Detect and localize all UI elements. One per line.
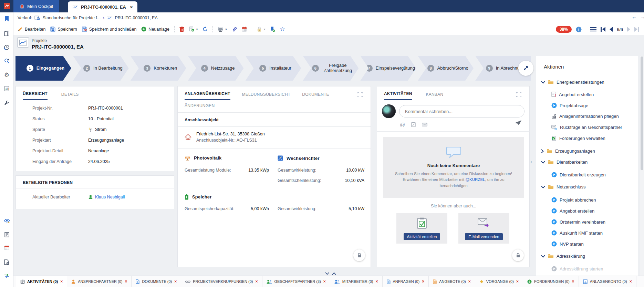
chevron-down-icon[interactable] [325, 272, 329, 275]
current-editor-link[interactable]: Klaus Nesbigall [95, 195, 125, 199]
tab-uebersicht[interactable]: ÜBERSICHT [23, 91, 48, 100]
calendar-icon[interactable] [242, 27, 247, 32]
favorite-star-icon[interactable]: ☆ [280, 26, 285, 32]
mail-icon[interactable] [422, 123, 427, 126]
send-email-button[interactable]: E-Mail versenden [465, 233, 502, 240]
close-tab-icon[interactable]: × [422, 279, 424, 284]
vertical-scrollbar[interactable] [640, 56, 644, 287]
close-tab-icon[interactable]: × [572, 279, 574, 284]
bottom-tab-aktivitaeten[interactable]: AKTIVITÄTEN (0) × [16, 276, 67, 287]
close-tab-icon[interactable]: × [323, 279, 326, 284]
lock-panel-button[interactable] [512, 249, 524, 261]
menu-icon[interactable] [590, 27, 596, 32]
action-dienstbarkeit-erzeugen[interactable]: Dienstbarkeit erzeugen [551, 172, 606, 177]
bottom-tab-vorgaenge[interactable]: VORGÄNGE (0) × [475, 276, 523, 287]
first-record-button[interactable] [601, 27, 605, 32]
mention-icon[interactable]: @ [400, 122, 405, 127]
close-tab-icon[interactable]: × [468, 279, 471, 284]
step-abbruch-storno[interactable]: 8Abbruch/Storno [418, 56, 474, 81]
send-email-card[interactable]: E-Mail versenden [458, 213, 509, 244]
send-icon[interactable] [514, 120, 522, 126]
scrollbar-thumb[interactable] [641, 57, 643, 170]
tab-aenderungen[interactable]: ÄNDERUNGEN [185, 103, 215, 108]
refresh-icon[interactable] [202, 27, 208, 32]
create-activity-button[interactable]: Aktivität erstellen [404, 233, 440, 240]
notes-icon[interactable] [3, 231, 10, 238]
tree-folder-netzanschluss[interactable]: Netzanschluss [541, 184, 586, 189]
tab-dokumente[interactable]: DOKUMENTE [302, 92, 329, 100]
app-logo[interactable] [0, 0, 13, 12]
step-freigabe-zaehlersetzung[interactable]: 6Freigabe Zählersetzung [303, 56, 359, 81]
forward-arrow-icon[interactable]: → [640, 14, 644, 20]
step-netzzusage[interactable]: 4Netzzusage [188, 56, 244, 81]
document-settings-icon[interactable] [3, 258, 10, 266]
last-record-button[interactable] [634, 27, 639, 32]
close-tab-icon[interactable]: × [174, 279, 177, 284]
bottom-tab-dokumente[interactable]: DOKUMENTE (0) × [132, 276, 181, 287]
action-angebot-erstellen[interactable]: ! Angebot erstellen [551, 92, 594, 97]
step-eingegangen[interactable]: 1Eingegangen [15, 56, 71, 81]
action-rueckfrage-geschaeftspartner[interactable]: Rückfrage an Geschäftspartner [551, 125, 622, 130]
lock-panel-button[interactable] [353, 249, 365, 261]
fullscreen-icon[interactable] [357, 92, 363, 97]
back-arrow-icon[interactable]: ← [632, 14, 637, 20]
tab-kanban[interactable]: KANBAN [426, 92, 444, 100]
bottom-tab-ansprechpartner[interactable]: ANSPRECHPARTNER (0) × [67, 276, 132, 287]
delete-icon[interactable] [179, 27, 184, 32]
edit-button[interactable]: Bearbeiten [18, 27, 45, 32]
wrench-icon[interactable] [3, 99, 10, 106]
close-tab-icon[interactable]: × [60, 279, 63, 284]
comment-input[interactable] [399, 105, 524, 117]
close-tab-icon[interactable]: × [630, 279, 632, 284]
action-projekt-abbrechen[interactable]: Projekt abbrechen [551, 197, 596, 203]
create-activity-card[interactable]: Aktivität erstellen [396, 213, 447, 244]
close-tab-icon[interactable]: × [375, 279, 378, 284]
close-tab-icon[interactable]: × [130, 4, 133, 10]
action-projektabsage[interactable]: Projektabsage [551, 103, 588, 108]
bottom-tab-anlagenkonto[interactable]: ANLAGENKONTO (0) × [579, 276, 636, 287]
bookmark-icon[interactable] [3, 15, 10, 22]
save-button[interactable]: Speichern [50, 27, 77, 32]
previous-record-button[interactable] [610, 27, 613, 32]
pages-icon[interactable] [3, 30, 10, 37]
calendar-icon[interactable] [3, 244, 10, 251]
task-icon[interactable] [411, 122, 416, 127]
bookmark-add-icon[interactable] [270, 27, 275, 32]
next-record-button[interactable] [627, 27, 630, 32]
tree-folder-adressklaerung[interactable]: Adressklärung [541, 254, 585, 259]
action-nvp-starten[interactable]: NVP starten [551, 241, 584, 247]
watchlist-icon[interactable] [3, 217, 10, 224]
fullscreen-icon[interactable] [516, 92, 521, 97]
breadcrumb-record-link[interactable]: PRJ-ITC-0000001, EA [115, 16, 157, 20]
sync-icon[interactable] [3, 272, 10, 279]
tab-anlagenuebersicht[interactable]: ANLAGENÜBERSICHT [185, 91, 230, 100]
gear-icon[interactable]: ⚙ [3, 71, 10, 79]
bottom-tab-foerderungen[interactable]: $ FÖRDERUNGEN (0) × [523, 276, 579, 287]
lock-button[interactable]: ▾ [257, 27, 266, 32]
attachment-icon[interactable] [232, 27, 237, 32]
close-tab-icon[interactable]: × [516, 279, 519, 284]
bottom-tab-projekteverknuepfungen[interactable]: PROJEKTEVERKNÜPFUNGEN (0) × [181, 276, 262, 287]
step-korrekturen[interactable]: 3Korrekturen [131, 56, 186, 81]
chevron-up-icon[interactable] [332, 272, 336, 275]
bottom-tab-mitarbeiter[interactable]: MITARBEITER (0) × [330, 276, 383, 287]
tab-details[interactable]: DETAILS [61, 92, 79, 100]
tab-meldungsuebersicht[interactable]: MELDUNGSÜBERSICHT [242, 92, 291, 100]
search-settings-icon[interactable] [3, 57, 10, 64]
step-in-bearbeitung[interactable]: 2In Bearbeitung [73, 56, 129, 81]
info-icon[interactable] [576, 27, 582, 32]
tab-mein-cockpit[interactable]: Mein Cockpit [13, 0, 59, 12]
tab-record[interactable]: PRJ-ITC-0000001, EA × [68, 1, 137, 12]
tree-folder-dienstbarkeiten[interactable]: Dienstbarkeiten [541, 160, 588, 165]
close-tab-icon[interactable]: × [125, 279, 127, 284]
action-angebot-erstellen-netz[interactable]: Angebot erstellen [551, 208, 594, 214]
collapse-process-button[interactable] [518, 61, 533, 76]
export-record-button[interactable]: ▾ [189, 27, 198, 32]
close-tab-icon[interactable]: × [256, 279, 258, 284]
action-anlageninformationen-pflegen[interactable]: Anlageninformationen pflegen [551, 114, 619, 119]
bottom-tab-geschaeftspartner[interactable]: GESCHÄFTSPARTNER (3) × [262, 276, 330, 287]
collapse-panel-handle[interactable]: › [530, 158, 532, 164]
tab-aktivitaeten[interactable]: AKTIVITÄTEN [384, 91, 412, 100]
step-installateur[interactable]: 5Installateur [246, 56, 301, 81]
tree-folder-erzeugungsanlagen[interactable]: Erzeugungsanlagen [541, 148, 595, 154]
